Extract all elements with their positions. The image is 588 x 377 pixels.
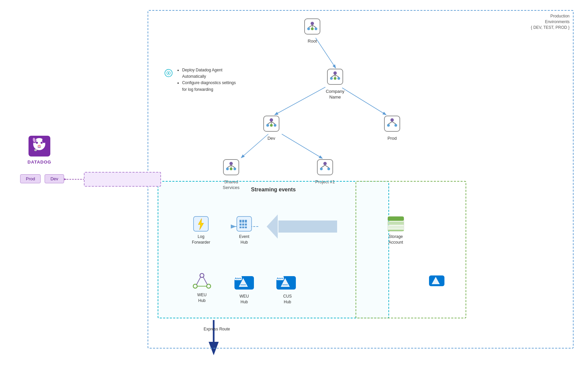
prod-env-label: Production Environments { DEV, TEST, PRO… bbox=[531, 13, 570, 30]
green-storage-box: StorageAccount bbox=[356, 181, 466, 318]
svg-point-45 bbox=[233, 168, 236, 170]
weu-hub-node: WEUHub bbox=[192, 272, 212, 304]
svg-point-30 bbox=[270, 124, 273, 127]
svg-text:Azure: Azure bbox=[235, 277, 242, 279]
svg-point-21 bbox=[330, 77, 333, 80]
svg-rect-69 bbox=[245, 227, 247, 228]
svg-rect-66 bbox=[245, 224, 247, 226]
weu-hub-label: WEUHub bbox=[197, 292, 207, 304]
storage-account-node: StorageAccount bbox=[386, 215, 405, 245]
log-forwarder-icon bbox=[192, 215, 210, 233]
svg-line-46 bbox=[227, 165, 231, 168]
shared-services-icon bbox=[221, 157, 242, 178]
svg-point-15 bbox=[315, 27, 317, 30]
company-label: CompanyName bbox=[326, 89, 344, 100]
prod-label: Prod bbox=[387, 136, 396, 141]
prod-node: Prod bbox=[382, 113, 403, 141]
svg-rect-63 bbox=[245, 220, 247, 223]
event-hub-label: EventHub bbox=[239, 234, 250, 245]
svg-line-18 bbox=[312, 25, 316, 27]
dd-prod-box: Prod bbox=[20, 174, 41, 183]
svg-text:Azure: Azure bbox=[277, 277, 283, 279]
svg-line-48 bbox=[231, 165, 235, 168]
svg-point-44 bbox=[230, 168, 232, 170]
svg-point-28 bbox=[270, 118, 273, 122]
cus-azure-node: Azure CUSHub bbox=[276, 271, 299, 305]
svg-point-92 bbox=[38, 145, 41, 147]
svg-point-36 bbox=[390, 118, 394, 122]
svg-line-39 bbox=[388, 122, 392, 124]
dev-node: Dev bbox=[261, 113, 282, 141]
svg-rect-86 bbox=[388, 230, 404, 231]
svg-point-70 bbox=[193, 284, 197, 288]
svg-point-96 bbox=[34, 149, 37, 151]
svg-line-74 bbox=[197, 277, 201, 285]
svg-rect-84 bbox=[388, 222, 404, 225]
event-hub-icon bbox=[235, 215, 253, 233]
company-node: CompanyName bbox=[325, 66, 345, 100]
log-forwarder-label: LogForwarder bbox=[192, 234, 210, 245]
project1-icon bbox=[315, 157, 335, 178]
storage-account-label: StorageAccount bbox=[388, 234, 403, 245]
storage-account-icon bbox=[386, 215, 405, 233]
svg-point-13 bbox=[307, 27, 310, 30]
datadog-area: DATADOG bbox=[27, 134, 52, 165]
svg-point-91 bbox=[41, 142, 43, 144]
svg-point-14 bbox=[311, 27, 314, 30]
svg-point-43 bbox=[226, 168, 229, 170]
svg-point-42 bbox=[229, 162, 233, 165]
svg-rect-67 bbox=[239, 227, 242, 228]
svg-point-38 bbox=[394, 124, 397, 127]
datadog-logo bbox=[27, 134, 52, 158]
root-node: Root bbox=[302, 16, 323, 44]
svg-rect-85 bbox=[388, 226, 404, 229]
svg-rect-65 bbox=[242, 224, 244, 226]
svg-point-57 bbox=[168, 72, 169, 74]
svg-point-37 bbox=[387, 124, 390, 127]
event-hub-node: EventHub bbox=[235, 215, 253, 245]
dd-dev-box: Dev bbox=[45, 174, 64, 183]
azure-small-node bbox=[428, 272, 445, 288]
diagram-container: { "title": "Azure Architecture Diagram",… bbox=[0, 0, 588, 377]
svg-point-51 bbox=[320, 168, 323, 170]
svg-point-29 bbox=[266, 124, 269, 127]
svg-point-72 bbox=[200, 273, 204, 277]
svg-rect-68 bbox=[242, 227, 244, 228]
svg-point-22 bbox=[334, 77, 336, 80]
svg-rect-61 bbox=[239, 220, 242, 223]
weu-azure-icon: Azure bbox=[234, 271, 255, 291]
weu-azure-node: Azure WEUHub bbox=[234, 271, 255, 305]
dd-env-boxes: Prod Dev bbox=[20, 174, 64, 183]
svg-line-34 bbox=[271, 122, 275, 124]
root-icon bbox=[302, 16, 323, 37]
dev-icon bbox=[261, 113, 282, 134]
svg-point-20 bbox=[333, 71, 337, 75]
bullet-1: Deploy Datadog Agent Automatically bbox=[182, 67, 242, 80]
streaming-label: Streaming events bbox=[251, 187, 296, 193]
express-route: Express Route bbox=[204, 325, 230, 332]
root-label: Root bbox=[308, 39, 317, 44]
svg-point-52 bbox=[327, 168, 330, 170]
svg-line-26 bbox=[335, 75, 339, 77]
prod-icon bbox=[382, 113, 403, 134]
svg-rect-62 bbox=[242, 220, 244, 223]
svg-point-90 bbox=[36, 142, 38, 144]
svg-line-24 bbox=[331, 75, 335, 77]
weu-hub-label2: WEUHub bbox=[239, 294, 249, 305]
cus-hub-label: CUSHub bbox=[283, 294, 291, 305]
streaming-events-box: Streaming events LogForwarder bbox=[158, 181, 389, 318]
bullet-box: Deploy Datadog Agent Automatically Confi… bbox=[164, 67, 242, 93]
svg-point-50 bbox=[323, 162, 327, 165]
dev-label: Dev bbox=[267, 136, 275, 141]
svg-rect-35 bbox=[384, 116, 400, 131]
svg-rect-83 bbox=[388, 216, 404, 221]
svg-point-71 bbox=[207, 284, 211, 288]
svg-line-54 bbox=[325, 165, 329, 168]
svg-line-32 bbox=[268, 122, 271, 124]
svg-rect-49 bbox=[317, 160, 333, 175]
svg-rect-64 bbox=[239, 224, 242, 226]
cus-azure-icon: Azure bbox=[276, 271, 299, 291]
log-forwarder-node: LogForwarder bbox=[192, 215, 210, 245]
svg-point-12 bbox=[311, 22, 314, 25]
svg-point-23 bbox=[337, 77, 340, 80]
